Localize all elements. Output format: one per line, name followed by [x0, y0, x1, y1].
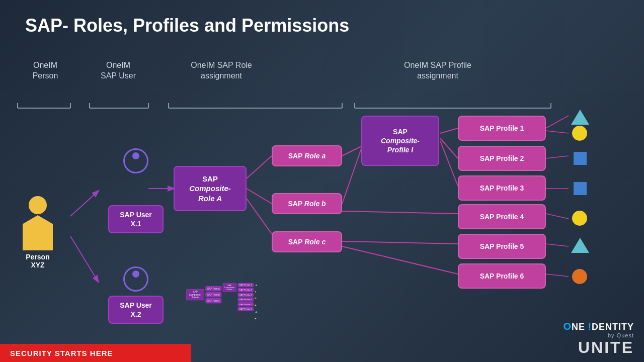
mini-role-a: SAPComposite-Role A — [186, 289, 204, 300]
connectors-svg — [0, 0, 644, 362]
svg-line-12 — [70, 191, 98, 216]
mini-role-c-sub: SAP Role c — [205, 298, 221, 303]
mini-p6: SAP Profile 6 — [238, 307, 254, 311]
shape-circle-yellow-1 — [572, 126, 587, 141]
user-x1-head — [132, 152, 139, 159]
user-x1-label: SAP User X.1 — [108, 205, 164, 233]
mini-role-b-sub: SAP Role b — [205, 292, 221, 297]
mini-role-a-sub: SAP Role a — [205, 286, 221, 291]
svg-line-16 — [247, 189, 272, 204]
triangle-icon — [571, 110, 589, 125]
svg-line-13 — [70, 236, 98, 282]
svg-line-23 — [440, 128, 458, 133]
profile-3: SAP Profile 3 — [458, 175, 546, 201]
svg-line-19 — [342, 146, 362, 204]
mini-p5: SAP Profile 5 — [238, 302, 254, 306]
composite-profile-1: SAPComposite-Profile I — [361, 116, 439, 166]
svg-line-31 — [546, 244, 569, 246]
mini-p4: SAP Profile 4 — [238, 298, 254, 302]
mini-p2: SAP Profile 2 — [238, 288, 254, 292]
svg-line-21 — [342, 241, 458, 244]
profile-1: SAP Profile 1 — [458, 116, 546, 141]
svg-line-18 — [342, 146, 362, 156]
user-x1-container: SAP User X.1 — [108, 148, 164, 206]
user-x2-label: SAP User X.2 — [108, 296, 164, 324]
svg-line-25 — [440, 141, 458, 186]
svg-line-30 — [546, 214, 569, 219]
bottom-bar-text: SECURITY STARTS HERE — [10, 349, 113, 357]
person-label: Person XYZ — [23, 253, 53, 269]
shape-circle-orange — [572, 269, 587, 284]
shape-triangle-1 — [571, 110, 589, 125]
composite-role-a: SAP Composite-Role A — [174, 166, 247, 211]
role-c: SAP Role c — [272, 231, 342, 252]
mini-p3: SAP Profile 3 — [238, 293, 254, 297]
svg-line-17 — [247, 199, 272, 234]
shape-triangle-2 — [571, 238, 589, 253]
circle-yellow-icon — [572, 126, 587, 141]
logo-one-identity: ONE !DENTITY by Quest — [563, 321, 634, 338]
shape-circle-yellow-2 — [572, 211, 587, 226]
svg-line-27 — [546, 131, 569, 133]
circle-orange-icon — [572, 269, 587, 284]
user-x2-head — [132, 270, 139, 278]
svg-line-28 — [546, 156, 569, 158]
square-blue-icon-1 — [574, 152, 587, 165]
svg-line-22 — [342, 246, 458, 274]
person-body — [23, 215, 53, 250]
col-header-role: OneIM SAP Role assignment — [176, 60, 267, 81]
svg-line-15 — [247, 156, 272, 178]
person-head — [29, 196, 47, 214]
col-header-person: OneIM Person — [15, 60, 75, 81]
person-xyz: Person XYZ — [23, 196, 53, 269]
mini-diagram: SAPComposite-Role A SAP Role a SAP Role … — [186, 283, 258, 320]
profile-4: SAP Profile 4 — [458, 204, 546, 229]
svg-line-20 — [342, 211, 458, 214]
page-title: SAP- Roles, Profiles and Permissions — [25, 15, 349, 36]
circle-yellow-icon-2 — [572, 211, 587, 226]
logo-area: ONE !DENTITY by Quest UNITE — [563, 321, 634, 357]
col-header-profile: OneIM SAP Profile assignment — [357, 60, 518, 81]
col-header-user: OneIM SAP User — [88, 60, 148, 81]
profile-5: SAP Profile 5 — [458, 234, 546, 259]
role-b: SAP Role b — [272, 193, 342, 214]
mini-comp-profile: SAPComposite-Profile I — [223, 283, 236, 292]
svg-line-26 — [546, 116, 569, 128]
triangle-icon-2 — [571, 238, 589, 253]
svg-line-32 — [546, 274, 569, 277]
shape-square-blue-2 — [574, 182, 587, 195]
square-blue-icon-2 — [574, 182, 587, 195]
mini-p1: SAP Profile 1 — [238, 283, 254, 287]
profile-6: SAP Profile 6 — [458, 263, 546, 289]
svg-line-24 — [440, 138, 458, 158]
shape-square-blue-1 — [574, 152, 587, 165]
role-a: SAP Role a — [272, 145, 342, 166]
user-x2-container: SAP User X.2 — [108, 266, 164, 324]
profile-2: SAP Profile 2 — [458, 146, 546, 171]
bottom-bar: SECURITY STARTS HERE — [0, 344, 191, 362]
logo-unite: UNITE — [563, 338, 634, 357]
